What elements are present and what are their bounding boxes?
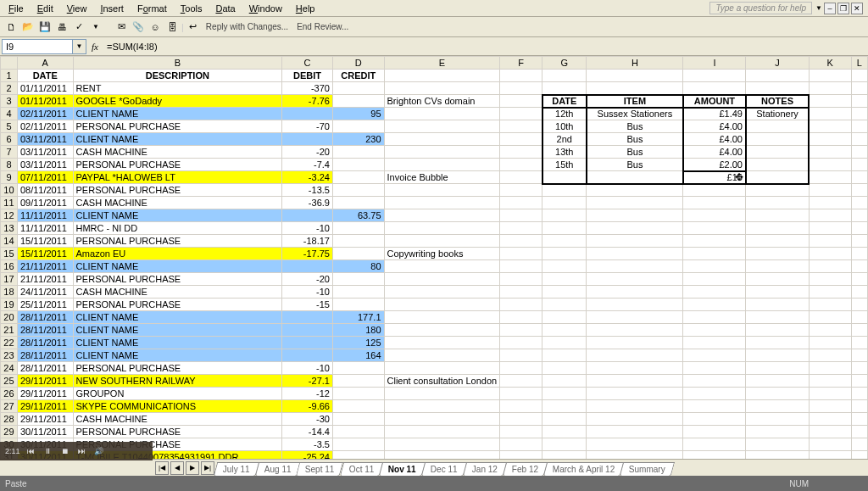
- cell[interactable]: [500, 362, 542, 375]
- row-header[interactable]: 13: [1, 222, 18, 235]
- cell[interactable]: 15/11/2011: [17, 248, 73, 260]
- cell[interactable]: [332, 426, 384, 438]
- cell[interactable]: [809, 159, 851, 171]
- cell[interactable]: CLIENT NAME: [73, 324, 282, 337]
- cell[interactable]: -27.1: [282, 375, 333, 388]
- cell[interactable]: [587, 324, 683, 337]
- cell[interactable]: [542, 70, 587, 82]
- col-header-G[interactable]: G: [542, 57, 587, 70]
- cell[interactable]: [851, 222, 867, 235]
- cell[interactable]: [683, 311, 746, 324]
- cell[interactable]: [746, 209, 809, 222]
- cell[interactable]: [851, 426, 867, 438]
- cell[interactable]: 29/11/2011: [17, 375, 73, 388]
- cell[interactable]: [683, 375, 746, 388]
- cell[interactable]: [500, 349, 542, 362]
- cell[interactable]: [809, 400, 851, 413]
- cell[interactable]: [746, 146, 809, 159]
- cell[interactable]: [332, 413, 384, 426]
- cell[interactable]: Bus: [587, 146, 683, 159]
- cell[interactable]: [851, 362, 867, 375]
- row-header[interactable]: 7: [1, 146, 18, 159]
- cell[interactable]: [542, 400, 587, 413]
- cell[interactable]: PERSONAL PURCHASE: [73, 299, 282, 311]
- cell[interactable]: [851, 133, 867, 146]
- cell[interactable]: [332, 273, 384, 286]
- cell[interactable]: [809, 438, 851, 451]
- row-header[interactable]: 3: [1, 95, 18, 108]
- cell[interactable]: [587, 426, 683, 438]
- cell[interactable]: CASH MACHINE: [73, 413, 282, 426]
- cell[interactable]: [683, 349, 746, 362]
- cell[interactable]: 12th: [542, 108, 587, 120]
- cell[interactable]: [851, 146, 867, 159]
- cell[interactable]: Invoice Bubble: [384, 171, 500, 184]
- cell[interactable]: [746, 222, 809, 235]
- sheet-tab[interactable]: July 11: [214, 462, 259, 476]
- cell[interactable]: [500, 311, 542, 324]
- cell[interactable]: [542, 413, 587, 426]
- cell[interactable]: [500, 184, 542, 197]
- menu-help[interactable]: Help: [289, 2, 322, 15]
- cell[interactable]: 03/11/2011: [17, 159, 73, 171]
- cell[interactable]: [851, 70, 867, 82]
- cell[interactable]: [587, 184, 683, 197]
- cell[interactable]: [746, 362, 809, 375]
- cell[interactable]: £4.00: [683, 146, 746, 159]
- col-header-K[interactable]: K: [809, 57, 851, 70]
- media-vol-icon[interactable]: 🔊: [93, 445, 105, 457]
- cell[interactable]: [500, 70, 542, 82]
- col-header-E[interactable]: E: [384, 57, 500, 70]
- minimize-button[interactable]: –: [824, 3, 836, 14]
- cell[interactable]: [746, 248, 809, 260]
- cell[interactable]: [851, 400, 867, 413]
- cell[interactable]: [851, 311, 867, 324]
- cell[interactable]: [384, 286, 500, 299]
- spellcheck-icon[interactable]: ✓: [71, 20, 86, 35]
- cell[interactable]: [587, 171, 683, 184]
- cell[interactable]: [332, 146, 384, 159]
- sheet-tab[interactable]: Sept 11: [296, 462, 344, 476]
- cell[interactable]: PERSONAL PURCHASE: [73, 184, 282, 197]
- cell[interactable]: [809, 82, 851, 95]
- cell[interactable]: [683, 222, 746, 235]
- cell[interactable]: 177.1: [332, 311, 384, 324]
- col-header-I[interactable]: I: [683, 57, 746, 70]
- cell[interactable]: [809, 426, 851, 438]
- menu-window[interactable]: Window: [242, 2, 289, 15]
- cell[interactable]: [384, 451, 500, 460]
- cell[interactable]: 2nd: [542, 133, 587, 146]
- cell[interactable]: PERSONAL PURCHASE: [73, 426, 282, 438]
- cell[interactable]: 25/11/2011: [17, 299, 73, 311]
- cell[interactable]: -7.4: [282, 159, 333, 171]
- cell[interactable]: -13.5: [282, 184, 333, 197]
- cell[interactable]: [809, 184, 851, 197]
- cell[interactable]: [851, 388, 867, 400]
- cell[interactable]: [683, 248, 746, 260]
- cell[interactable]: [500, 438, 542, 451]
- cell[interactable]: [809, 299, 851, 311]
- cell[interactable]: £1.49: [683, 108, 746, 120]
- new-doc-icon[interactable]: 🗋: [3, 20, 19, 35]
- cell[interactable]: [683, 260, 746, 273]
- cell[interactable]: [384, 82, 500, 95]
- menu-data[interactable]: Data: [209, 2, 242, 15]
- cell[interactable]: [332, 400, 384, 413]
- media-prev-icon[interactable]: ⏮: [25, 445, 37, 457]
- cell[interactable]: [683, 400, 746, 413]
- cell[interactable]: [384, 146, 500, 159]
- cell[interactable]: Bus: [587, 133, 683, 146]
- cell[interactable]: [282, 108, 333, 120]
- cell[interactable]: -12: [282, 388, 333, 400]
- cell[interactable]: CLIENT NAME: [73, 349, 282, 362]
- cell[interactable]: 11/11/2011: [17, 209, 73, 222]
- cell[interactable]: [587, 388, 683, 400]
- cell[interactable]: PERSONAL PURCHASE: [73, 159, 282, 171]
- reply-arrow-icon[interactable]: ↩: [186, 20, 201, 35]
- col-header-F[interactable]: F: [500, 57, 542, 70]
- cell[interactable]: [809, 171, 851, 184]
- cell[interactable]: [384, 337, 500, 349]
- cell[interactable]: [746, 311, 809, 324]
- cell[interactable]: [809, 260, 851, 273]
- cell[interactable]: [500, 133, 542, 146]
